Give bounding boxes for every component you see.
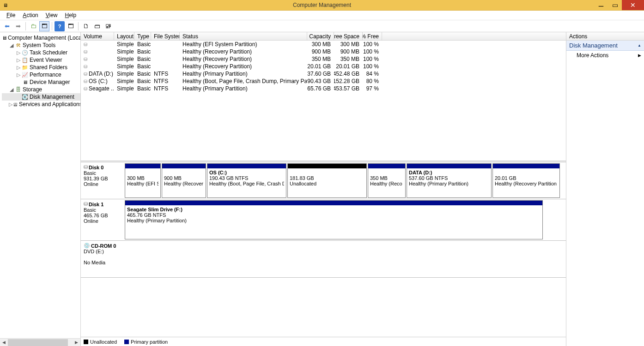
col-volume[interactable]: Volume (81, 32, 114, 40)
more-actions[interactable]: More Actions▶ (566, 51, 644, 60)
minimize-button[interactable]: _ (594, 0, 608, 10)
volume-row[interactable]: ⛁SimpleBasicHealthy (EFI System Partitio… (81, 41, 566, 48)
partition[interactable]: 300 MBHealthy (EFI Sy (125, 163, 161, 198)
collapse-icon: ▲ (638, 43, 641, 48)
tree-storage[interactable]: ◢🗄Storage (2, 86, 80, 93)
col-fs[interactable]: File System (151, 32, 180, 40)
disk-0-info: ⛁Disk 0 Basic 931.39 GB Online (81, 162, 124, 199)
arrow-icon: ▶ (638, 53, 641, 58)
window-controls: _ ▭ ✕ (594, 0, 644, 10)
toolbar-btn-5[interactable]: 🗃 (92, 21, 102, 31)
volume-row[interactable]: ⛁SimpleBasicHealthy (Recovery Partition)… (81, 48, 566, 55)
actions-pane: Actions Disk Management▲ More Actions▶ (566, 32, 644, 346)
disk-1-info: ⛁Disk 1 Basic 465.76 GB Online (81, 199, 124, 240)
volume-row[interactable]: ⛁SimpleBasicHealthy (Recovery Partition)… (81, 63, 566, 70)
col-free[interactable]: Free Space (334, 32, 363, 40)
toolbar-btn-3[interactable]: 🗔 (66, 21, 76, 31)
tree-device-manager[interactable]: 🖥Device Manager (2, 78, 80, 86)
disk-icon: ⛁ (84, 164, 88, 170)
cdrom-icon: 💿 (84, 243, 90, 249)
center-pane: Volume Layout Type File System Status Ca… (81, 32, 566, 346)
toolbar: ⬅ ➡ 🗀 🗔 ? 🗔 🗋 🗃 🖳 (0, 20, 644, 32)
disk-row-0[interactable]: ⛁Disk 0 Basic 931.39 GB Online 300 MBHea… (81, 162, 566, 199)
legend-unallocated: Unallocated (90, 339, 117, 345)
main-area: 🖥Computer Management (Local ◢🛠System Too… (0, 32, 644, 346)
forward-button[interactable]: ➡ (13, 21, 23, 31)
help-button[interactable]: ? (55, 21, 65, 31)
volume-row[interactable]: ⛁SimpleBasicHealthy (Recovery Partition)… (81, 55, 566, 63)
tree-root[interactable]: 🖥Computer Management (Local (2, 34, 80, 42)
partition[interactable]: 350 MBHealthy (Reco (368, 163, 406, 198)
legend: Unallocated Primary partition (81, 337, 566, 346)
partition[interactable]: DATA (D:)537.60 GB NTFSHealthy (Primary … (407, 163, 492, 198)
cdrom-info: 💿CD-ROM 0 DVD (E:) No Media (81, 241, 124, 277)
tree-task-scheduler[interactable]: ▷🕒Task Scheduler (2, 49, 80, 56)
tree-shared-folders[interactable]: ▷📁Shared Folders (2, 64, 80, 71)
legend-primary: Primary partition (131, 339, 168, 345)
toolbar-btn-4[interactable]: 🗋 (81, 21, 91, 31)
disk-row-1[interactable]: ⛁Disk 1 Basic 465.76 GB Online Seagate S… (81, 199, 566, 241)
col-pct[interactable]: % Free (363, 32, 382, 40)
volume-row[interactable]: ⛁DATA (D:)SimpleBasicNTFSHealthy (Primar… (81, 70, 566, 78)
volume-row[interactable]: ⛁OS (C:)SimpleBasicNTFSHealthy (Boot, Pa… (81, 78, 566, 85)
partition[interactable]: OS (C:)190.43 GB NTFSHealthy (Boot, Page… (207, 163, 286, 198)
toolbar-btn-2[interactable]: 🗔 (39, 21, 49, 31)
volume-list[interactable]: ⛁SimpleBasicHealthy (EFI System Partitio… (81, 41, 566, 161)
partition[interactable]: 20.01 GBHealthy (Recovery Partition (492, 163, 560, 198)
back-button[interactable]: ⬅ (2, 21, 12, 31)
col-layout[interactable]: Layout (114, 32, 134, 40)
actions-section[interactable]: Disk Management▲ (566, 41, 644, 51)
menubar: File Action View Help (0, 10, 644, 20)
maximize-button[interactable]: ▭ (608, 0, 622, 10)
col-capacity[interactable]: Capacity (307, 32, 334, 40)
titlebar: 🖥 Computer Management _ ▭ ✕ (0, 0, 644, 10)
close-button[interactable]: ✕ (622, 0, 644, 10)
disk-map: ⛁Disk 0 Basic 931.39 GB Online 300 MBHea… (81, 162, 566, 337)
window-title: Computer Management (293, 2, 351, 8)
menu-help[interactable]: Help (61, 11, 80, 19)
tree-services-apps[interactable]: ▷🛎Services and Applications (2, 101, 80, 108)
partition[interactable]: 900 MBHealthy (Recover (162, 163, 206, 198)
toolbar-btn-6[interactable]: 🖳 (103, 21, 113, 31)
nav-tree: 🖥Computer Management (Local ◢🛠System Too… (0, 32, 81, 346)
tree-event-viewer[interactable]: ▷📋Event Viewer (2, 56, 80, 64)
tree-disk-management[interactable]: 💽Disk Management (2, 93, 80, 101)
app-icon: 🖥 (2, 1, 9, 9)
menu-view[interactable]: View (42, 11, 61, 19)
col-status[interactable]: Status (180, 32, 307, 40)
tree-system-tools[interactable]: ◢🛠System Tools (2, 42, 80, 49)
menu-file[interactable]: File (3, 11, 19, 19)
menu-action[interactable]: Action (19, 11, 42, 19)
partition[interactable]: Seagate Slim Drive (F:)465.76 GB NTFSHea… (125, 200, 543, 239)
partition[interactable]: 181.83 GBUnallocated (287, 163, 367, 198)
col-type[interactable]: Type (134, 32, 151, 40)
tree-hscrollbar[interactable]: ◀▶ (0, 338, 80, 346)
disk-icon: ⛁ (84, 201, 88, 207)
volume-row[interactable]: ⛁Seagate ...SimpleBasicNTFSHealthy (Prim… (81, 85, 566, 92)
actions-header: Actions (566, 32, 644, 41)
toolbar-btn-1[interactable]: 🗀 (28, 21, 38, 31)
disk-row-cdrom[interactable]: 💿CD-ROM 0 DVD (E:) No Media (81, 241, 566, 278)
volume-list-header: Volume Layout Type File System Status Ca… (81, 32, 566, 41)
tree-performance[interactable]: ▷📈Performance (2, 71, 80, 78)
